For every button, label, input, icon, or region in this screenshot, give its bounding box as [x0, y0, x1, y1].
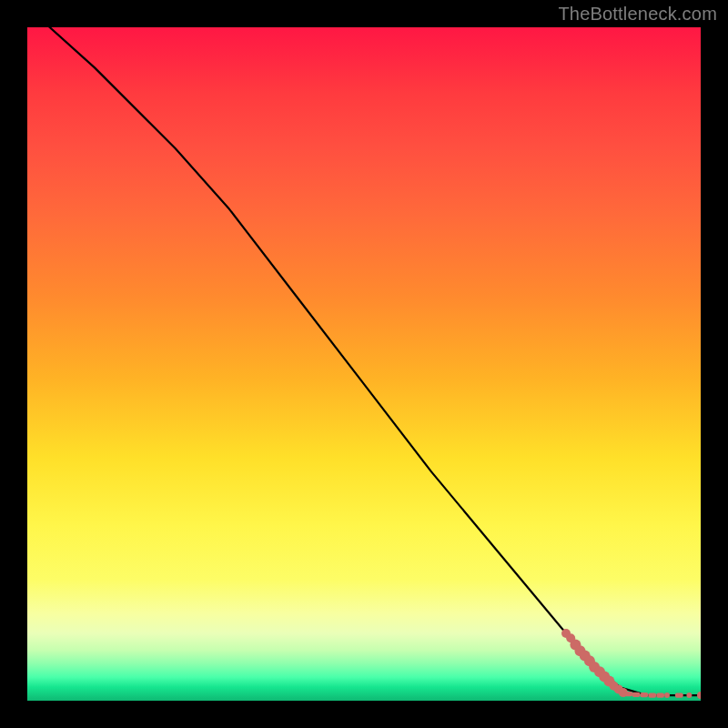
chart-dot — [640, 693, 648, 697]
chart-dot — [656, 693, 664, 698]
chart-dot — [664, 693, 670, 698]
chart-frame: TheBottleneck.com — [0, 0, 728, 728]
chart-dot — [632, 693, 641, 697]
chart-dot — [648, 693, 656, 698]
chart-svg — [27, 27, 701, 701]
chart-dot — [624, 692, 632, 696]
chart-dots-series — [561, 629, 701, 699]
chart-line-series — [27, 27, 701, 695]
chart-plot-area — [27, 27, 701, 701]
chart-dot — [686, 693, 692, 698]
watermark-text: TheBottleneck.com — [558, 4, 717, 25]
chart-dot — [697, 692, 701, 699]
chart-dot — [675, 693, 683, 698]
